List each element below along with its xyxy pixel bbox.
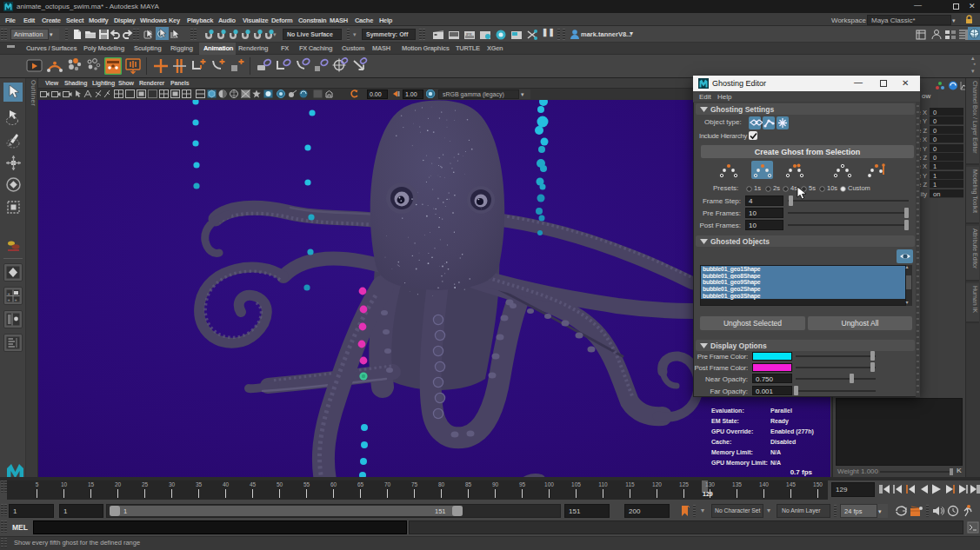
svg-text:+: + [8,291,10,296]
svg-text:+: + [15,297,17,302]
svg-text:+: + [8,297,10,302]
svg-text:IPR: IPR [466,32,472,36]
